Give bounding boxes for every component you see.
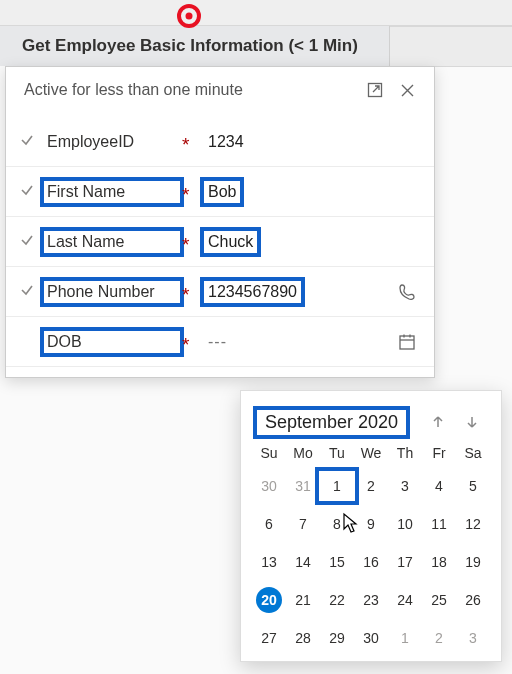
calendar-icon[interactable] <box>394 329 420 355</box>
phone-icon[interactable] <box>394 279 420 305</box>
field-value[interactable]: Bob <box>202 179 242 205</box>
day-cell[interactable]: 28 <box>286 625 320 651</box>
day-cell[interactable]: 2 <box>354 473 388 499</box>
step-header[interactable]: Get Employee Basic Information (< 1 Min) <box>0 26 390 66</box>
dow-header: We <box>354 445 388 461</box>
day-cell[interactable]: 15 <box>320 549 354 575</box>
day-cell[interactable]: 26 <box>456 587 490 613</box>
day-cell[interactable]: 18 <box>422 549 456 575</box>
field-row: First Name*Bob <box>6 167 434 217</box>
close-icon[interactable] <box>394 77 420 103</box>
day-cell[interactable]: 7 <box>286 511 320 537</box>
day-cell[interactable]: 13 <box>252 549 286 575</box>
dow-header: Fr <box>422 445 456 461</box>
panel-subtitle: Active for less than one minute <box>24 81 243 99</box>
field-label[interactable]: First Name <box>42 179 182 205</box>
day-cell[interactable]: 20 <box>256 587 282 613</box>
day-cell[interactable]: 3 <box>456 625 490 651</box>
day-cell[interactable]: 12 <box>456 511 490 537</box>
day-cell[interactable]: 19 <box>456 549 490 575</box>
day-cell[interactable]: 4 <box>422 473 456 499</box>
svg-rect-3 <box>400 336 414 349</box>
day-cell[interactable]: 1 <box>388 625 422 651</box>
day-cell[interactable]: 29 <box>320 625 354 651</box>
dow-header: Mo <box>286 445 320 461</box>
target-icon <box>177 4 201 28</box>
checkmark-icon <box>20 233 42 250</box>
field-value[interactable]: 1234 <box>202 129 250 155</box>
day-cell[interactable]: 14 <box>286 549 320 575</box>
day-cell[interactable]: 10 <box>388 511 422 537</box>
day-cell[interactable]: 30 <box>252 473 286 499</box>
day-cell[interactable]: 24 <box>388 587 422 613</box>
day-cell[interactable]: 23 <box>354 587 388 613</box>
required-marker: * <box>182 229 202 254</box>
month-year-button[interactable]: September 2020 <box>255 408 408 437</box>
day-cell[interactable]: 5 <box>456 473 490 499</box>
required-marker: * <box>182 179 202 204</box>
day-cell[interactable]: 9 <box>354 511 388 537</box>
day-cell[interactable]: 1 <box>320 473 354 499</box>
date-picker: September 2020 SuMoTuWeThFrSa30311234567… <box>240 390 502 662</box>
field-label[interactable]: Last Name <box>42 229 182 255</box>
calendar-grid: SuMoTuWeThFrSa30311234567891011121314151… <box>251 445 491 651</box>
field-label[interactable]: EmployeeID <box>42 129 182 155</box>
field-label[interactable]: DOB <box>42 329 182 355</box>
field-row: DOB*--- <box>6 317 434 367</box>
field-value[interactable]: 1234567890 <box>202 279 303 305</box>
day-cell[interactable]: 30 <box>354 625 388 651</box>
prev-month-button[interactable] <box>423 407 453 437</box>
panel-header: Active for less than one minute <box>6 67 434 113</box>
dow-header: Tu <box>320 445 354 461</box>
field-value[interactable]: --- <box>202 329 238 355</box>
field-row: Last Name*Chuck <box>6 217 434 267</box>
day-cell[interactable]: 17 <box>388 549 422 575</box>
svg-point-1 <box>186 13 193 20</box>
required-marker: * <box>182 279 202 304</box>
dow-header: Su <box>252 445 286 461</box>
checkmark-icon <box>20 133 42 150</box>
day-cell[interactable]: 21 <box>286 587 320 613</box>
popout-icon[interactable] <box>362 77 388 103</box>
task-panel: Active for less than one minute Employee… <box>5 66 435 378</box>
day-cell[interactable]: 2 <box>422 625 456 651</box>
day-cell[interactable]: 22 <box>320 587 354 613</box>
dow-header: Sa <box>456 445 490 461</box>
day-cell[interactable]: 6 <box>252 511 286 537</box>
day-cell[interactable]: 8 <box>320 511 354 537</box>
field-value[interactable]: Chuck <box>202 229 259 255</box>
next-month-button[interactable] <box>457 407 487 437</box>
day-cell[interactable]: 27 <box>252 625 286 651</box>
dow-header: Th <box>388 445 422 461</box>
day-cell[interactable]: 31 <box>286 473 320 499</box>
required-marker: * <box>182 329 202 354</box>
day-cell[interactable]: 11 <box>422 511 456 537</box>
field-label[interactable]: Phone Number <box>42 279 182 305</box>
day-cell[interactable]: 16 <box>354 549 388 575</box>
field-row: EmployeeID*1234 <box>6 117 434 167</box>
canvas-strip <box>390 26 512 67</box>
day-cell[interactable]: 3 <box>388 473 422 499</box>
panel-body: EmployeeID*1234First Name*BobLast Name*C… <box>6 113 434 377</box>
top-bar <box>0 0 512 26</box>
day-cell[interactable]: 25 <box>422 587 456 613</box>
checkmark-icon <box>20 283 42 300</box>
field-row: Phone Number*1234567890 <box>6 267 434 317</box>
checkmark-icon <box>20 183 42 200</box>
required-marker: * <box>182 129 202 154</box>
